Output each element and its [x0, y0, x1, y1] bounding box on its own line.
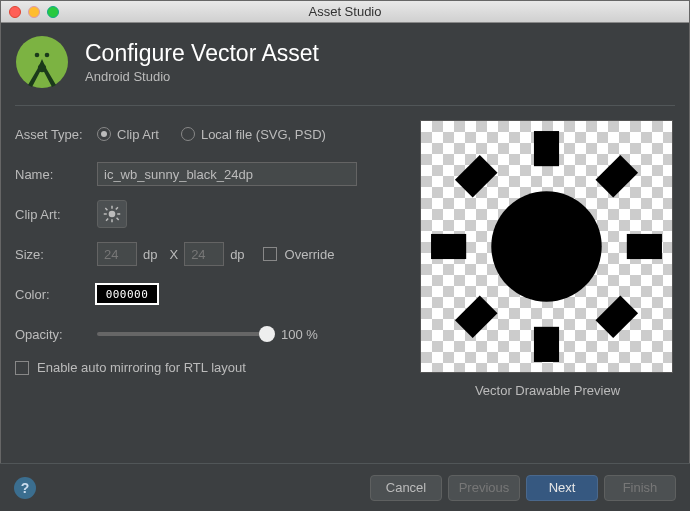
clipart-row: Clip Art:	[15, 200, 406, 228]
svg-point-4	[109, 211, 116, 218]
svg-rect-14	[534, 131, 559, 166]
svg-point-3	[38, 64, 46, 72]
asset-type-clipart-radio[interactable]: Clip Art	[97, 127, 159, 142]
svg-rect-10	[116, 217, 119, 220]
opacity-row: Opacity: 100 %	[15, 320, 406, 348]
radio-label: Clip Art	[117, 127, 159, 142]
svg-rect-17	[627, 234, 662, 259]
color-label: Color:	[15, 287, 97, 302]
svg-point-13	[491, 191, 601, 301]
svg-rect-21	[595, 295, 638, 338]
svg-rect-7	[104, 213, 107, 215]
opacity-slider[interactable]	[97, 332, 267, 336]
name-row: Name:	[15, 160, 406, 188]
android-studio-logo-icon	[15, 35, 69, 89]
asset-type-row: Asset Type: Clip Art Local file (SVG, PS…	[15, 120, 406, 148]
radio-label: Local file (SVG, PSD)	[201, 127, 326, 142]
rtl-mirror-label: Enable auto mirroring for RTL layout	[37, 360, 246, 375]
svg-rect-18	[455, 155, 498, 198]
opacity-value: 100 %	[281, 327, 318, 342]
radio-icon	[181, 127, 195, 141]
svg-rect-19	[595, 155, 638, 198]
svg-rect-15	[534, 327, 559, 362]
svg-point-2	[45, 53, 50, 58]
previous-button: Previous	[448, 475, 520, 501]
preview-frame	[420, 120, 673, 373]
slider-thumb-icon[interactable]	[259, 326, 275, 342]
width-input[interactable]	[97, 242, 137, 266]
page-subtitle: Android Studio	[85, 69, 319, 84]
name-label: Name:	[15, 167, 97, 182]
radio-icon	[97, 127, 111, 141]
preview-sunny-icon	[421, 121, 672, 372]
clipart-label: Clip Art:	[15, 207, 97, 222]
svg-rect-5	[111, 206, 113, 209]
preview-caption: Vector Drawable Preview	[420, 383, 675, 398]
rtl-mirror-checkbox[interactable]	[15, 361, 29, 375]
cancel-button[interactable]: Cancel	[370, 475, 442, 501]
wizard-footer: ? Cancel Previous Next Finish	[0, 463, 690, 511]
divider	[15, 105, 675, 106]
size-label: Size:	[15, 247, 97, 262]
window-title: Asset Studio	[1, 4, 689, 19]
svg-rect-6	[111, 219, 113, 222]
finish-button: Finish	[604, 475, 676, 501]
clipart-picker-button[interactable]	[97, 200, 127, 228]
override-checkbox[interactable]	[263, 247, 277, 261]
override-label: Override	[285, 247, 335, 262]
svg-rect-11	[115, 207, 118, 210]
width-unit: dp	[143, 247, 157, 262]
help-button[interactable]: ?	[14, 477, 36, 499]
name-input[interactable]	[97, 162, 357, 186]
wizard-header: Configure Vector Asset Android Studio	[15, 35, 675, 89]
height-input[interactable]	[184, 242, 224, 266]
svg-rect-8	[117, 213, 120, 215]
color-row: Color: 000000	[15, 280, 406, 308]
svg-rect-20	[455, 295, 498, 338]
sunny-icon	[103, 205, 121, 223]
titlebar: Asset Studio	[1, 1, 689, 23]
asset-type-localfile-radio[interactable]: Local file (SVG, PSD)	[181, 127, 326, 142]
svg-rect-12	[106, 218, 109, 221]
color-picker[interactable]: 000000	[97, 285, 157, 303]
height-unit: dp	[230, 247, 244, 262]
asset-type-label: Asset Type:	[15, 127, 97, 142]
size-sep: X	[169, 247, 178, 262]
size-row: Size: dp X dp Override	[15, 240, 406, 268]
svg-point-1	[35, 53, 40, 58]
svg-rect-9	[105, 208, 108, 211]
opacity-label: Opacity:	[15, 327, 97, 342]
next-button[interactable]: Next	[526, 475, 598, 501]
mirror-row: Enable auto mirroring for RTL layout	[15, 360, 406, 375]
svg-rect-16	[431, 234, 466, 259]
page-title: Configure Vector Asset	[85, 40, 319, 67]
